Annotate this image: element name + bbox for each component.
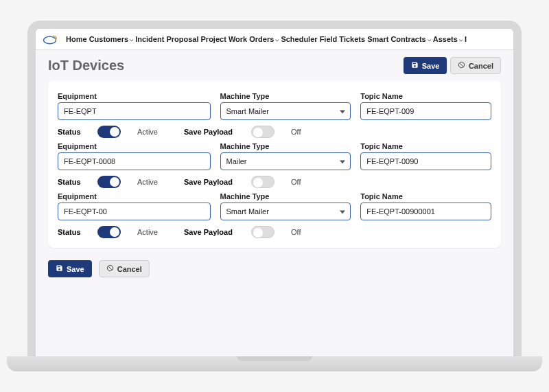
device-status-row: StatusActiveSave PayloadOff [58,126,491,138]
topic-name-input[interactable] [360,203,491,220]
machine-type-label: Machine Type [220,142,351,150]
save-payload-toggle[interactable] [251,176,274,188]
topic-name-input[interactable] [360,102,491,120]
save-payload-toggle[interactable] [251,226,274,238]
nav-item-i[interactable]: I [465,35,467,43]
save-button[interactable]: Save [404,57,447,74]
status-toggle[interactable] [97,226,121,238]
device-status-row: StatusActiveSave PayloadOff [58,226,491,238]
save-button-label: Save [422,62,440,70]
topic-name-label: Topic Name [360,142,491,150]
machine-type-select[interactable]: Smart Mailer [220,102,351,120]
nav-item-customers[interactable]: Customers⌵ [89,35,133,43]
nav-item-proposal[interactable]: Proposal [166,35,198,43]
equipment-input[interactable] [58,203,211,220]
nav-item-label: Project [201,35,226,43]
cancel-icon [458,61,465,70]
page-body: IoT Devices Save Cancel EquipmentMachine… [36,50,513,358]
header-actions: Save Cancel [404,57,501,74]
nav-item-project[interactable]: Project [201,35,226,43]
machine-type-select[interactable]: Smart Mailer [220,203,351,220]
nav-item-smart-contracts[interactable]: Smart Contracts⌵ [367,35,431,43]
save-payload-label: Save Payload [184,178,246,186]
chevron-down-icon: ⌵ [428,36,431,43]
cancel-button-label: Cancel [469,62,493,70]
status-text: Active [137,228,178,236]
page-title: IoT Devices [48,58,124,73]
machine-type-label: Machine Type [220,192,351,200]
laptop-base [7,356,542,371]
nav-item-label: Customers [89,35,128,43]
equipment-label: Equipment [58,192,211,200]
topic-name-input[interactable] [360,152,491,170]
save-payload-text: Off [291,128,325,136]
save-button-footer[interactable]: Save [48,260,92,277]
nav-item-scheduler[interactable]: Scheduler [281,35,317,43]
svg-line-4 [108,266,112,270]
status-text: Active [137,178,178,186]
nav-item-incident[interactable]: Incident [135,35,164,43]
machine-type-select[interactable]: Mailer [220,152,351,170]
cancel-button-label: Cancel [117,265,142,273]
equipment-label: Equipment [58,142,211,150]
svg-line-2 [460,63,463,67]
save-button-label: Save [67,265,84,273]
equipment-input[interactable] [58,152,211,170]
status-text: Active [137,128,178,136]
save-payload-label: Save Payload [184,228,246,236]
device-row: EquipmentMachine TypeMailerTopic Name [58,142,491,170]
devices-card: EquipmentMachine TypeSmart MailerTopic N… [48,81,501,248]
svg-point-0 [44,36,56,44]
device-row: EquipmentMachine TypeSmart MailerTopic N… [58,192,491,220]
cancel-icon [106,264,114,273]
device-status-row: StatusActiveSave PayloadOff [58,176,491,188]
save-icon [56,264,63,273]
nav-item-label: Field Tickets [320,35,365,43]
app-logo-icon [43,33,59,45]
chevron-down-icon: ⌵ [275,36,279,43]
top-nav: Home Customers⌵ Incident Proposal Projec… [36,29,513,50]
device-row: EquipmentMachine TypeSmart MailerTopic N… [58,92,491,120]
page-header: IoT Devices Save Cancel [48,57,501,74]
cancel-button[interactable]: Cancel [450,57,501,74]
topic-name-label: Topic Name [360,192,491,200]
save-payload-text: Off [291,228,325,236]
nav-item-label: Scheduler [281,35,317,43]
save-payload-text: Off [291,178,325,186]
laptop-frame: Home Customers⌵ Incident Proposal Projec… [27,21,522,358]
save-payload-label: Save Payload [184,128,246,136]
nav-item-label: Work Orders [229,35,274,43]
nav-item-label: Home [66,35,87,43]
nav-item-field-tickets[interactable]: Field Tickets [320,35,365,43]
nav-item-label: Incident [135,35,164,43]
nav-item-label: Smart Contracts [367,35,426,43]
status-label: Status [58,128,92,136]
chevron-down-icon: ⌵ [459,36,463,43]
nav-item-label: I [465,35,467,43]
status-label: Status [58,178,92,186]
status-toggle[interactable] [97,176,121,188]
machine-type-label: Machine Type [220,92,351,100]
save-icon [411,61,419,70]
status-label: Status [58,228,92,236]
cancel-button-footer[interactable]: Cancel [99,260,150,277]
nav-item-label: Proposal [166,35,198,43]
footer-actions: Save Cancel [48,260,501,277]
save-payload-toggle[interactable] [251,126,274,138]
nav-item-home[interactable]: Home [66,35,87,43]
equipment-label: Equipment [58,92,211,100]
equipment-input[interactable] [58,102,211,120]
status-toggle[interactable] [97,126,121,138]
laptop-notch [237,356,312,361]
app-screen: Home Customers⌵ Incident Proposal Projec… [36,29,513,358]
chevron-down-icon: ⌵ [130,36,133,43]
nav-item-work-orders[interactable]: Work Orders⌵ [229,35,279,43]
nav-item-assets[interactable]: Assets⌵ [433,35,463,43]
nav-item-label: Assets [433,35,458,43]
topic-name-label: Topic Name [360,92,491,100]
